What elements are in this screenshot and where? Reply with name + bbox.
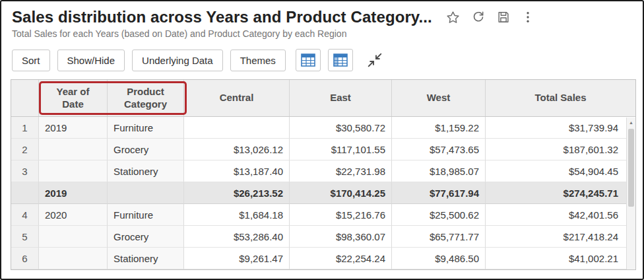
central-cell[interactable]: $53,286.40 — [184, 226, 290, 248]
total-cell[interactable]: $31,739.94 — [486, 117, 635, 139]
east-cell[interactable]: $22,254.24 — [290, 248, 392, 269]
total-cell[interactable]: $187,601.32 — [486, 139, 635, 160]
year-cell[interactable] — [39, 226, 108, 248]
category-cell[interactable]: Grocery — [108, 139, 184, 160]
table-header-row: Year of Date Product Category Central Ea… — [11, 80, 635, 117]
refresh-icon — [471, 10, 486, 24]
year-of-date-header[interactable]: Year of Date — [39, 80, 108, 116]
west-cell[interactable]: $25,500.62 — [392, 204, 486, 226]
tabular-view-button[interactable] — [328, 49, 353, 71]
table-row: 42020Furniture$1,684.18$15,216.76$25,500… — [11, 204, 635, 226]
central-cell[interactable]: $9,261.47 — [184, 248, 290, 269]
num-cell: 3 — [11, 160, 39, 182]
east-cell[interactable]: $30,580.72 — [290, 117, 392, 139]
table-row: 5Grocery$53,286.40$98,360.07$65,771.77$2… — [11, 226, 635, 248]
vertical-scrollbar[interactable]: ▲ — [626, 118, 635, 269]
total-cell[interactable]: $274,245.71 — [486, 182, 635, 204]
underlying-data-button[interactable]: Underlying Data — [132, 50, 223, 71]
save-icon — [496, 10, 511, 24]
report-window: Sales distribution across Years and Prod… — [0, 0, 644, 280]
refresh-button[interactable] — [471, 10, 486, 24]
east-cell[interactable]: $22,731.98 — [290, 160, 392, 182]
save-button[interactable] — [496, 10, 511, 24]
west-column-header[interactable]: West — [392, 80, 486, 116]
west-cell[interactable]: $1,159.22 — [392, 117, 486, 139]
scrollbar-thumb[interactable] — [628, 129, 634, 207]
num-cell: 2 — [11, 139, 39, 160]
star-icon — [445, 10, 461, 25]
num-cell: 5 — [11, 226, 39, 248]
total-cell[interactable]: $42,401.56 — [486, 204, 635, 226]
page-title: Sales distribution across Years and Prod… — [12, 8, 432, 26]
central-cell[interactable] — [184, 117, 290, 139]
title-row: Sales distribution across Years and Prod… — [12, 8, 633, 26]
central-column-header[interactable]: Central — [184, 80, 290, 116]
east-cell[interactable]: $117,101.55 — [290, 139, 392, 160]
year-cell[interactable] — [39, 160, 108, 182]
west-cell[interactable]: $9,486.50 — [392, 248, 486, 269]
total-cell[interactable]: $217,418.24 — [486, 226, 635, 248]
east-cell[interactable]: $98,360.07 — [290, 226, 392, 248]
west-cell[interactable]: $57,473.65 — [392, 139, 486, 160]
table-body: 12019Furniture$30,580.72$1,159.22$31,739… — [11, 117, 635, 269]
category-cell[interactable]: Furniture — [108, 204, 184, 226]
year-cell[interactable] — [39, 248, 108, 269]
kebab-icon — [521, 10, 534, 24]
table-row: 2Grocery$13,026.12$117,101.55$57,473.65$… — [11, 139, 635, 160]
year-cell[interactable]: 2019 — [39, 117, 108, 139]
tabular-grid-icon — [333, 53, 348, 67]
favorite-button[interactable] — [445, 10, 461, 25]
row-number-header — [11, 80, 39, 116]
collapse-columns-button[interactable] — [366, 51, 384, 69]
collapse-icon — [366, 51, 384, 69]
category-cell[interactable]: Grocery — [108, 226, 184, 248]
report-subtitle: Total Sales for each Years (based on Dat… — [12, 28, 633, 39]
num-cell: 1 — [11, 117, 39, 139]
year-cell[interactable]: 2019 — [39, 182, 108, 204]
category-cell[interactable]: Furniture — [108, 117, 184, 139]
scroll-up-button[interactable]: ▲ — [627, 118, 635, 127]
central-cell[interactable]: $1,684.18 — [184, 204, 290, 226]
product-category-header[interactable]: Product Category — [108, 80, 184, 116]
east-column-header[interactable]: East — [290, 80, 392, 116]
themes-button[interactable]: Themes — [230, 50, 286, 71]
sort-button[interactable]: Sort — [12, 50, 50, 71]
category-cell[interactable]: Stationery — [108, 160, 184, 182]
year-cell[interactable]: 2020 — [39, 204, 108, 226]
central-cell[interactable]: $13,026.12 — [184, 139, 290, 160]
show-hide-button[interactable]: Show/Hide — [57, 50, 125, 71]
num-cell — [11, 182, 39, 204]
total-sales-column-header[interactable]: Total Sales — [486, 80, 635, 116]
subtotal-row: 2019$26,213.52$170,414.25$77,617.94$274,… — [11, 182, 635, 204]
total-cell[interactable]: $41,002.21 — [486, 248, 635, 269]
category-cell[interactable] — [108, 182, 184, 204]
total-cell[interactable]: $54,904.45 — [486, 160, 635, 182]
west-cell[interactable]: $18,985.07 — [392, 160, 486, 182]
year-cell[interactable] — [39, 139, 108, 160]
header-actions — [445, 10, 534, 25]
table-row: 3Stationery$13,187.40$22,731.98$18,985.0… — [11, 160, 635, 182]
num-cell: 6 — [11, 248, 39, 269]
central-cell[interactable]: $26,213.52 — [184, 182, 290, 204]
toolbar: Sort Show/Hide Underlying Data Themes — [12, 49, 633, 71]
pivot-view-button[interactable] — [296, 49, 321, 71]
category-cell[interactable]: Stationery — [108, 248, 184, 269]
west-cell[interactable]: $65,771.77 — [392, 226, 486, 248]
east-cell[interactable]: $15,216.76 — [290, 204, 392, 226]
more-options-button[interactable] — [521, 10, 534, 24]
pivot-table: Year of Date Product Category Central Ea… — [11, 79, 636, 270]
east-cell[interactable]: $170,414.25 — [290, 182, 392, 204]
pivot-grid-icon — [301, 53, 315, 67]
table-row: 12019Furniture$30,580.72$1,159.22$31,739… — [11, 117, 635, 139]
west-cell[interactable]: $77,617.94 — [392, 182, 486, 204]
central-cell[interactable]: $13,187.40 — [184, 160, 290, 182]
num-cell: 4 — [11, 204, 39, 226]
table-row: 6Stationery$9,261.47$22,254.24$9,486.50$… — [11, 248, 635, 269]
